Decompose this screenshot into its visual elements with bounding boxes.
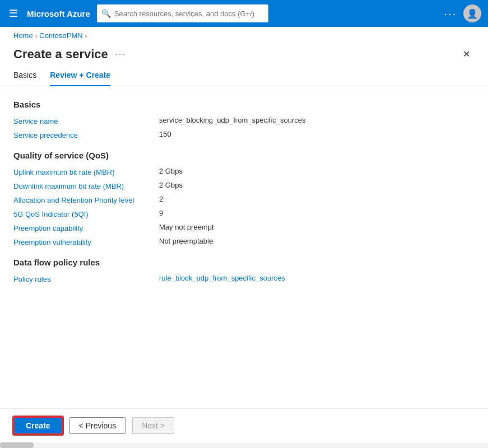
page-header: Create a service ··· ✕: [0, 44, 488, 62]
field-5qi: 5G QoS Indicator (5QI) 9: [13, 209, 475, 218]
main-content: Basics Service name service_blocking_udp…: [0, 86, 488, 408]
topbar-ellipsis-icon[interactable]: ···: [444, 7, 457, 20]
5qi-value: 9: [159, 209, 163, 217]
field-arp-level: Allocation and Retention Priority level …: [13, 195, 475, 204]
policy-rules-value: rule_block_udp_from_specific_sources: [159, 274, 285, 282]
breadcrumb-contosopmn[interactable]: ContosoPMN: [39, 31, 82, 40]
5qi-label: 5G QoS Indicator (5QI): [13, 209, 159, 218]
avatar-icon: 👤: [467, 8, 478, 19]
field-downlink-mbr: Downlink maximum bit rate (MBR) 2 Gbps: [13, 181, 475, 190]
breadcrumb: Home › ContosoPMN ›: [0, 27, 488, 44]
field-preemption-capability: Preemption capability May not preempt: [13, 223, 475, 232]
close-button[interactable]: ✕: [458, 46, 475, 62]
preemption-capability-value: May not preempt: [159, 223, 214, 231]
dataflow-section: Data flow policy rules Policy rules rule…: [13, 258, 475, 283]
tab-review-create[interactable]: Review + Create: [50, 71, 110, 86]
brand-label: Microsoft Azure: [27, 9, 90, 18]
arp-level-value: 2: [159, 195, 163, 203]
dataflow-section-title: Data flow policy rules: [13, 258, 475, 267]
create-button[interactable]: Create: [13, 417, 63, 435]
hamburger-icon[interactable]: ☰: [7, 5, 20, 22]
qos-section: Quality of service (QoS) Uplink maximum …: [13, 151, 475, 246]
search-icon: 🔍: [101, 9, 111, 18]
service-name-value: service_blocking_udp_from_specific_sourc…: [159, 116, 306, 124]
field-service-name: Service name service_blocking_udp_from_s…: [13, 116, 475, 125]
uplink-mbr-label: Uplink maximum bit rate (MBR): [13, 167, 159, 176]
qos-section-title: Quality of service (QoS): [13, 151, 475, 160]
horizontal-scrollbar[interactable]: [0, 442, 488, 448]
breadcrumb-home[interactable]: Home: [13, 31, 33, 40]
breadcrumb-sep-1: ›: [35, 32, 38, 39]
previous-button[interactable]: < Previous: [69, 417, 126, 434]
service-name-label: Service name: [13, 116, 159, 125]
field-preemption-vulnerability: Preemption vulnerability Not preemptable: [13, 237, 475, 246]
preemption-vulnerability-label: Preemption vulnerability: [13, 237, 159, 246]
tab-basics[interactable]: Basics: [13, 71, 36, 86]
basics-section-title: Basics: [13, 100, 475, 109]
preemption-capability-label: Preemption capability: [13, 223, 159, 232]
topbar: ☰ Microsoft Azure 🔍 ··· 👤: [0, 0, 488, 27]
breadcrumb-sep-2: ›: [85, 32, 87, 39]
page-header-ellipsis-icon[interactable]: ···: [115, 48, 127, 60]
arp-level-label: Allocation and Retention Priority level: [13, 195, 159, 204]
search-input[interactable]: [114, 10, 264, 18]
downlink-mbr-label: Downlink maximum bit rate (MBR): [13, 181, 159, 190]
avatar[interactable]: 👤: [463, 4, 481, 22]
field-policy-rules: Policy rules rule_block_udp_from_specifi…: [13, 274, 475, 283]
next-button: Next >: [132, 417, 174, 434]
service-precedence-value: 150: [159, 130, 171, 138]
tabs: Basics Review + Create: [0, 62, 488, 86]
downlink-mbr-value: 2 Gbps: [159, 181, 183, 189]
page-title: Create a service: [13, 47, 108, 62]
basics-section: Basics Service name service_blocking_udp…: [13, 100, 475, 139]
service-precedence-label: Service precedence: [13, 130, 159, 139]
field-uplink-mbr: Uplink maximum bit rate (MBR) 2 Gbps: [13, 167, 475, 176]
uplink-mbr-value: 2 Gbps: [159, 167, 183, 175]
bottom-bar: Create < Previous Next >: [0, 408, 488, 442]
scrollbar-thumb[interactable]: [0, 442, 34, 448]
preemption-vulnerability-value: Not preemptable: [159, 237, 213, 245]
search-box[interactable]: 🔍: [97, 4, 268, 22]
field-service-precedence: Service precedence 150: [13, 130, 475, 139]
policy-rules-label: Policy rules: [13, 274, 159, 283]
